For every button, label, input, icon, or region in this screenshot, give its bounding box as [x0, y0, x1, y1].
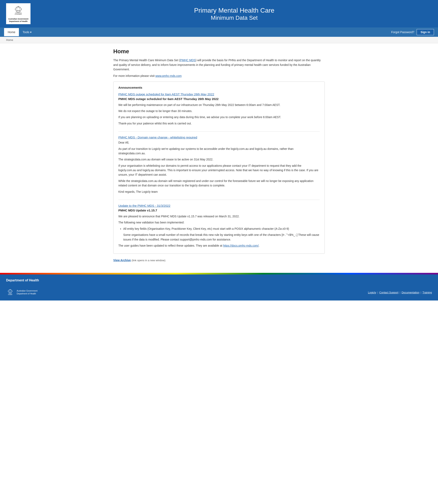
- page-title: Home: [113, 48, 325, 55]
- announcement-2-p2: As part of our transition to Logicly we'…: [118, 147, 320, 156]
- more-info-paragraph: For more information please visit www.pm…: [113, 74, 325, 77]
- nav-right: Forgot Password? Sign in: [391, 29, 434, 35]
- announcement-2-link[interactable]: PMHC MDS - Domain name change - whitelis…: [118, 136, 320, 139]
- more-info-prefix: For more information please visit: [113, 74, 155, 77]
- navbar: Home Tools ▾ Forgot Password? Sign in: [0, 27, 438, 37]
- announcement-1-link[interactable]: PMHC MDS outage scheduled for 6am AEST T…: [118, 92, 320, 96]
- footer-logo-text: Australian Government Department of Heal…: [17, 289, 37, 295]
- announcement-1-p1: We will be performing maintenance on par…: [118, 103, 320, 107]
- announcement-3-p1: We are pleased to announce that PMHC MDS…: [118, 214, 320, 219]
- crest-icon: AUSTRALIAN GOVERNMENT: [12, 5, 24, 17]
- svg-rect-8: [19, 7, 20, 8]
- footer-logo-line1: Australian Government: [17, 289, 37, 292]
- announcement-2-p6: Kind regards, The Logicly team: [118, 189, 320, 194]
- sign-in-button[interactable]: Sign in: [417, 29, 434, 35]
- docs-link[interactable]: https://docs.pmhc-mds.com/: [223, 244, 259, 247]
- announcement-3-link[interactable]: Update to the PMHC MDS - 31/3/2022: [118, 204, 320, 207]
- announcement-2-p3: The strategicdata.com.au domain will cea…: [118, 157, 320, 162]
- announcement-1-p3: If you are planning on uploading or ente…: [118, 115, 320, 119]
- svg-rect-16: [9, 290, 10, 291]
- nav-home[interactable]: Home: [4, 28, 19, 36]
- svg-text:GOVERNMENT: GOVERNMENT: [15, 14, 22, 15]
- footer-separator-3: |: [420, 291, 421, 294]
- list-item: All entity key fields (Organisation Key,…: [123, 227, 320, 231]
- site-header: AUSTRALIAN GOVERNMENT Australian Governm…: [0, 0, 438, 27]
- svg-rect-15: [12, 291, 13, 292]
- announcement-1-heading: PMHC MDS outage scheduled for 6am AEST T…: [118, 97, 320, 101]
- footer-documentation-link[interactable]: Documentation: [402, 291, 419, 294]
- svg-rect-6: [21, 9, 22, 10]
- announcement-3-heading: PMHC MDS Update v1.15.7: [118, 208, 320, 212]
- footer-training-link[interactable]: Training: [423, 291, 432, 294]
- announcement-1-p2: We do not expect the outage to be longer…: [118, 109, 320, 113]
- nav-tools[interactable]: Tools ▾: [19, 28, 35, 36]
- announcement-item: PMHC MDS - Domain name change - whitelis…: [118, 136, 320, 200]
- breadcrumb: Home: [0, 37, 438, 43]
- svg-text:GOVERNMENT: GOVERNMENT: [8, 295, 12, 296]
- site-title: Primary Mental Health Care Minimum Data …: [37, 6, 432, 21]
- announcements-section: Announcements PMHC MDS outage scheduled …: [113, 82, 325, 254]
- svg-rect-18: [10, 289, 11, 290]
- svg-rect-17: [11, 290, 11, 291]
- announcement-1-body: We will be performing maintenance on par…: [118, 103, 320, 126]
- announcement-item: Update to the PMHC MDS - 31/3/2022 PMHC …: [118, 204, 320, 248]
- logo-box: AUSTRALIAN GOVERNMENT Australian Governm…: [6, 3, 31, 24]
- footer-logo-area: AUSTRALIAN GOVERNMENT Australian Governm…: [6, 288, 37, 296]
- intro-text-part1: The Primary Mental Health Care Minimum D…: [113, 59, 180, 62]
- view-archive-link[interactable]: View Archive: [113, 259, 131, 262]
- logo-text: Australian Government Department of Heal…: [8, 18, 28, 22]
- footer-crest-icon: AUSTRALIAN GOVERNMENT: [6, 288, 14, 296]
- site-title-line2: Minimum Data Set: [37, 15, 432, 21]
- footer: Department of Health AUSTRALIAN GOVERNME…: [0, 274, 438, 300]
- dropdown-icon: ▾: [30, 31, 32, 34]
- site-title-line1: Primary Mental Health Care: [37, 6, 432, 15]
- footer-separator-1: |: [377, 291, 378, 294]
- svg-rect-7: [16, 7, 17, 8]
- announcement-3-list: All entity key fields (Organisation Key,…: [123, 227, 320, 231]
- announcement-1-p4: Thank-you for your patience whilst this …: [118, 121, 320, 126]
- breadcrumb-home: Home: [6, 38, 13, 42]
- announcement-2-p5: While the strategicdata.com.au domain wi…: [118, 179, 320, 188]
- announcement-3-nested: Some organisations have a small number o…: [123, 233, 320, 242]
- announcement-3-body: We are pleased to announce that PMHC MDS…: [118, 214, 320, 248]
- announcement-2-body: Dear All, As part of our transition to L…: [118, 140, 320, 194]
- announcement-3-p3: The user guides have been updated to ref…: [118, 243, 320, 248]
- nav-left: Home Tools ▾: [4, 28, 391, 36]
- svg-rect-14: [8, 291, 9, 292]
- announcements-heading: Announcements: [118, 86, 320, 89]
- footer-contact-support-link[interactable]: Contact Support: [379, 291, 398, 294]
- svg-rect-9: [18, 7, 19, 8]
- rainbow-bar: [0, 273, 438, 274]
- forgot-password-link[interactable]: Forgot Password?: [391, 31, 414, 34]
- view-archive-section: View Archive (link opens in a new window…: [113, 259, 325, 262]
- intro-paragraph: The Primary Mental Health Care Minimum D…: [113, 58, 325, 72]
- announcement-2-p4: If your organisation is whitelisting our…: [118, 164, 320, 177]
- footer-separator-2: |: [400, 291, 400, 294]
- main-content: Home The Primary Mental Health Care Mini…: [107, 43, 331, 273]
- footer-logo-line2: Department of Health: [17, 292, 37, 295]
- footer-bottom: AUSTRALIAN GOVERNMENT Australian Governm…: [6, 286, 432, 296]
- announcement-3-p2: The following new validation has been im…: [118, 220, 320, 225]
- view-archive-note-text: (link opens in a new window): [131, 259, 165, 262]
- svg-rect-5: [15, 9, 16, 10]
- pmhc-website-link[interactable]: www.pmhc-mds.com: [155, 74, 182, 77]
- footer-logicly-link[interactable]: Logicly: [368, 291, 376, 294]
- announcement-2-p1: Dear All,: [118, 140, 320, 145]
- footer-links: Logicly | Contact Support | Documentatio…: [368, 291, 432, 294]
- footer-dept-label: Department of Health: [6, 279, 432, 282]
- pmhc-mds-link[interactable]: PMHC MDS: [180, 59, 195, 62]
- tools-label: Tools: [22, 31, 29, 34]
- announcement-item: PMHC MDS outage scheduled for 6am AEST T…: [118, 92, 320, 132]
